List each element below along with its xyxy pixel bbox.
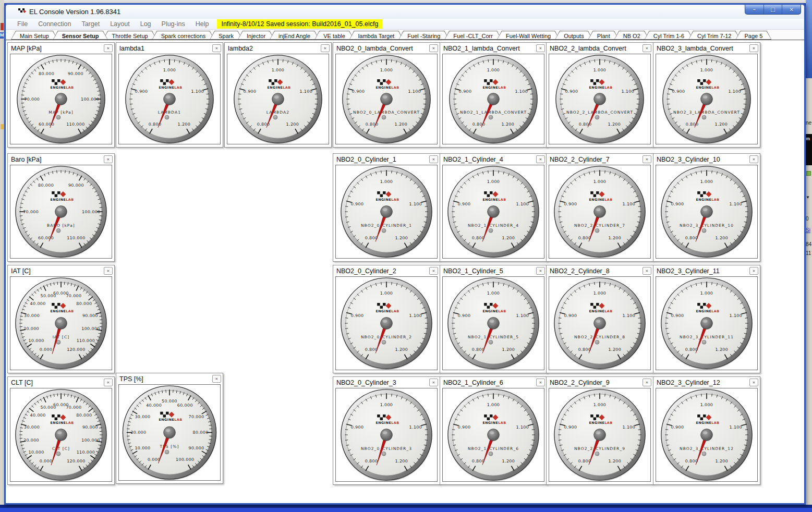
panel-title: IAT [C]: [11, 267, 104, 275]
panel-close-button[interactable]: ✕: [104, 155, 113, 163]
tab-spark-corrections[interactable]: Spark corrections: [152, 31, 215, 40]
panel-close-button[interactable]: ✕: [643, 155, 651, 163]
panel-close-button[interactable]: ✕: [749, 44, 758, 52]
panel-title: NBO2_3_Cylinder_10: [657, 156, 749, 163]
close-icon: ✕: [753, 381, 756, 385]
window-titlebar[interactable]: EL Console Version 1.96.8341 – □ ✕: [6, 5, 804, 19]
tab-page-5[interactable]: Page 5: [735, 31, 771, 40]
panel-close-button[interactable]: ✕: [212, 375, 221, 383]
tab-label: Main Setup: [20, 33, 49, 39]
panel-close-button[interactable]: ✕: [749, 155, 758, 163]
svg-text:0.000: 0.000: [40, 347, 53, 352]
svg-text:ENGINELAB: ENGINELAB: [482, 198, 506, 201]
panel-close-button[interactable]: ✕: [536, 267, 545, 275]
panel-close-button[interactable]: ✕: [643, 379, 651, 386]
panel-close-button[interactable]: ✕: [429, 44, 438, 52]
panel-header: Baro [kPa]✕: [8, 154, 114, 165]
menu-item-log[interactable]: Log: [135, 20, 156, 28]
gauge-center-label: NBO2_1_CYLINDER_6: [468, 446, 519, 451]
panel-title: Baro [kPa]: [11, 156, 104, 163]
gauge-hub: [701, 318, 713, 330]
panel-close-button[interactable]: ✕: [321, 44, 330, 52]
tab-label: VE table: [323, 33, 345, 39]
tab-outputs[interactable]: Outputs: [555, 31, 593, 40]
gauge-hub: [55, 93, 67, 105]
panel-close-button[interactable]: ✕: [536, 379, 545, 386]
panel-close-button[interactable]: ✕: [104, 267, 113, 275]
panel-close-button[interactable]: ✕: [429, 267, 438, 275]
menu-item-file[interactable]: File: [12, 20, 33, 28]
gauge-dial: 0.00010.00020.00030.00040.00050.00060.00…: [10, 388, 112, 482]
panel-close-button[interactable]: ✕: [749, 267, 758, 275]
gauge-center-label: NBO2_1_LAMBDA_CONVERT: [460, 110, 527, 115]
gauge-center-label: NBO2_1_CYLINDER_4: [468, 223, 519, 228]
panel-baro-kpa: Baro [kPa]✕60.00070.00080.00090.000100.0…: [7, 153, 115, 262]
svg-text:ENGINELAB: ENGINELAB: [696, 421, 719, 424]
svg-text:1.200: 1.200: [395, 122, 408, 127]
background-window-border: [806, 0, 812, 78]
panel-close-button[interactable]: ✕: [429, 379, 438, 386]
panel-title: NBO2_1_Cylinder_5: [443, 267, 536, 275]
panel-title: NBO2_1_Cylinder_6: [443, 379, 536, 386]
svg-text:0.000: 0.000: [148, 457, 161, 462]
svg-text:0.900: 0.900: [351, 313, 364, 318]
menu-item-connection[interactable]: Connection: [33, 20, 76, 28]
panel-close-button[interactable]: ✕: [536, 155, 545, 163]
tab-lambda-target[interactable]: lambda Target: [349, 31, 404, 40]
tab-sensor-setup[interactable]: Sensor Setup: [53, 31, 108, 40]
panel-close-button[interactable]: ✕: [212, 44, 221, 52]
panel-header: NBO2_3_Cylinder_10✕: [653, 154, 760, 165]
svg-text:1.000: 1.000: [272, 68, 285, 72]
tab-nb-o2[interactable]: NB O2: [614, 31, 649, 40]
svg-text:30.000: 30.000: [24, 313, 40, 318]
menu-item-layout[interactable]: Layout: [105, 20, 135, 28]
tab-fuel-wall-wetting[interactable]: Fuel-Wall Wetting: [497, 31, 560, 40]
maximize-button[interactable]: □: [764, 5, 783, 14]
tab-fuel-staring[interactable]: Fuel -Staring: [398, 31, 449, 40]
close-icon: ✕: [646, 157, 649, 162]
panel-close-button[interactable]: ✕: [749, 379, 758, 386]
panel-close-button[interactable]: ✕: [104, 44, 113, 52]
svg-text:1.200: 1.200: [609, 347, 622, 352]
svg-text:70.000: 70.000: [66, 405, 81, 410]
svg-text:100.000: 100.000: [81, 438, 100, 443]
panel-title: lambda2: [228, 45, 321, 52]
svg-text:ENGINELAB: ENGINELAB: [589, 198, 612, 201]
panel-close-button[interactable]: ✕: [429, 155, 438, 163]
svg-text:ENGINELAB: ENGINELAB: [159, 418, 182, 421]
minimize-button[interactable]: –: [745, 5, 764, 14]
tab-fuel-clt-corr[interactable]: Fuel -CLT_Corr: [444, 31, 502, 40]
tab-cyl-trim-1-6[interactable]: Cyl Trim 1-6: [645, 31, 693, 40]
gauge-body: 0.8000.9001.0001.1001.200ENGINELABNBO2_1…: [442, 54, 544, 144]
svg-text:0.900: 0.900: [351, 425, 364, 430]
panel-close-button[interactable]: ✕: [643, 44, 651, 52]
panel-title: NBO2_2_lambda_Convert: [550, 45, 643, 52]
panel-title: NBO2_1_lambda_Convert: [443, 45, 536, 52]
tab-cyl-trim-7-12[interactable]: Cyl Trim 7-12: [688, 31, 740, 40]
menu-item-help[interactable]: Help: [190, 20, 214, 28]
tab-injend-angle[interactable]: injEnd Angle: [270, 31, 319, 40]
menu-item-target[interactable]: Target: [76, 20, 105, 28]
menu-item-plug-ins[interactable]: Plug-ins: [156, 20, 190, 28]
svg-text:1.100: 1.100: [516, 425, 529, 430]
tab-injector[interactable]: Injector: [238, 31, 274, 40]
panel-close-button[interactable]: ✕: [536, 44, 545, 52]
svg-text:30.000: 30.000: [135, 415, 150, 419]
svg-text:70.000: 70.000: [189, 415, 204, 419]
background-link-fragment: Si: [806, 227, 812, 233]
panel-nbo2-0-cylinder-2: NBO2_0_Cylinder_2✕0.8000.9001.0001.1001.…: [333, 265, 440, 373]
tab-main-setup[interactable]: Main Setup: [11, 31, 58, 40]
panel-close-button[interactable]: ✕: [643, 267, 651, 275]
gauge-dial: 0.8000.9001.0001.1001.200ENGINELABNBO2_0…: [336, 165, 437, 259]
gauge-center-label: NBO2_0_CYLINDER_3: [361, 446, 412, 451]
close-button[interactable]: ✕: [782, 5, 801, 14]
svg-text:1.000: 1.000: [593, 403, 607, 407]
svg-text:1.200: 1.200: [502, 122, 515, 127]
svg-text:ENGINELAB: ENGINELAB: [267, 86, 290, 89]
svg-text:40.000: 40.000: [30, 413, 46, 418]
tab-throttle-setup[interactable]: Throttle Setup: [103, 31, 157, 40]
tab-ve-table[interactable]: VE table: [314, 31, 354, 40]
gauge-screw-dot: [382, 228, 386, 233]
panel-close-button[interactable]: ✕: [104, 379, 113, 386]
panel-nbo2-1-cylinder-6: NBO2_1_Cylinder_6✕0.8000.9001.0001.1001.…: [440, 376, 547, 485]
